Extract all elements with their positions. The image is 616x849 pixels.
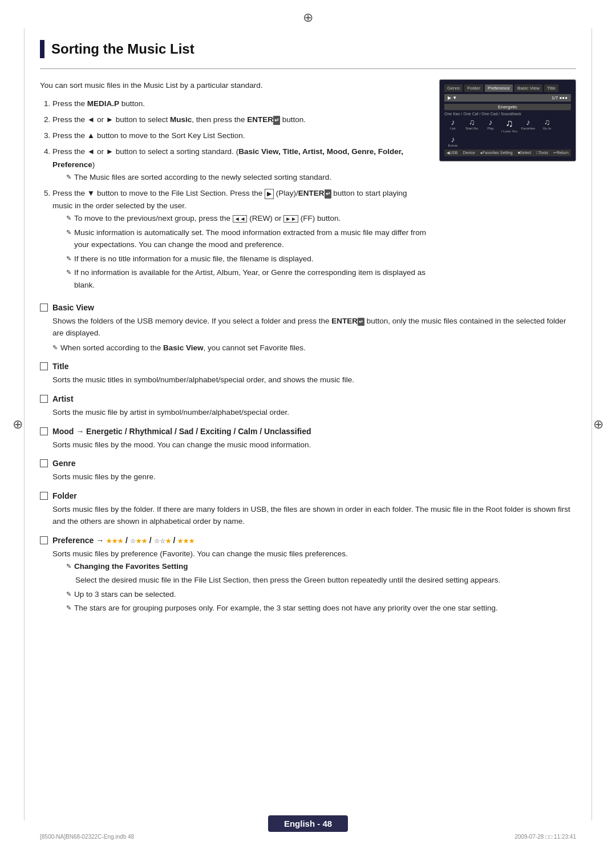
preference-checkbox [40,536,48,544]
basic-view-note-bold: Basic View [163,343,203,352]
subsection-mood: Mood → Energetic / Rhythmical / Sad / Ex… [40,427,576,451]
pref-note-1-bold: Changing the Favorites Setting [74,562,188,571]
preference-body: Sorts music files by preference (Favorit… [52,548,576,614]
step2-bold1: Music [170,115,192,124]
basic-view-bold: ENTER↵ [331,317,364,325]
pref-note-4: The stars are for grouping purposes only… [74,602,498,614]
pref-note-2: Select the desired music file in the Fil… [75,576,500,584]
title-accent [40,40,44,58]
pref-sep1: / [125,536,130,545]
title-title: Title [52,362,69,371]
tv-tab-folder: Folder [464,84,483,92]
basic-view-note-text: When sorted according to the Basic View,… [60,342,306,354]
tv-music-item-2: ♫ Start No [463,118,480,133]
border-left [24,29,25,820]
title-header: Title [40,362,576,371]
pref-note-sym-3: ✎ [66,589,71,600]
preference-text: Sorts music files by preference (Favorit… [52,548,576,560]
step5-note-4: If no information is available for the A… [74,266,429,291]
title-checkbox [40,362,48,370]
tv-label-1: List [450,127,455,130]
preference-title: Preference → ★★★ / ☆★★ / ☆☆★ / ★★★ [52,536,194,545]
genre-checkbox [40,459,48,467]
artist-header: Artist [40,394,576,403]
step-5: Press the ▼ button to move to the File L… [52,187,429,292]
folder-title: Folder [52,491,77,500]
tv-label-7: Extras [448,144,457,147]
top-compass-icon: ⊕ [303,10,313,25]
tv-search-bar: ▶ ▼ 1/7 ●●● [444,94,571,102]
tv-note-6: ♫ [544,118,550,127]
tv-tab-genre: Genre [444,84,463,92]
subsection-preference: Preference → ★★★ / ☆★★ / ☆☆★ / ★★★ Sorts… [40,536,576,614]
page-container: ⊕ ⊕ ⊕ Sorting the Music List You can sor… [0,0,616,849]
tv-bottom-usb: ◀USB [447,151,457,155]
page-footer: English - 48 [0,815,616,832]
folder-text: Sorts music files by the folder. If ther… [52,503,576,528]
basic-view-note-sym: ✎ [52,343,58,353]
step4-note-text: The Music files are sorted according to … [74,171,331,184]
tv-music-item-5: ♪ Favorites [520,118,537,133]
basic-view-body: Shows the folders of the USB memory devi… [52,315,576,354]
tv-inner: Genre Folder Preference Basic View Title… [444,84,571,156]
artist-title: Artist [52,394,74,403]
folder-checkbox [40,492,48,500]
folder-body: Sorts music files by the folder. If ther… [52,503,576,528]
tv-note-2: ♫ [469,118,475,127]
mood-body: Sorts music files by the mood. You can c… [52,439,576,451]
artist-checkbox [40,395,48,403]
border-right [591,29,592,820]
right-compass-icon: ⊕ [593,417,603,432]
page-title: Sorting the Music List [51,41,194,57]
main-text-col: You can sort music files in the Music Li… [40,79,429,295]
footer-meta-left: [8500-NA]BN68-02322C-Eng.indb 48 [40,834,134,840]
step4-bold: Basic View, Title, Artist, Mood, Genre, … [52,147,403,168]
mood-title: Mood → Energetic / Rhythmical / Sad / Ex… [52,427,311,436]
preference-notes: ✎ Changing the Favorites Setting Select … [66,560,576,614]
tv-label-2: Start No [465,127,478,130]
tv-bottom-fav: ●Favorites Setting [480,151,513,155]
section-title-bar: Sorting the Music List [40,40,576,58]
tv-song-detail: One Kan / One Caf / One Cad / Soundtrack [444,112,521,116]
tv-note-1: ♪ [451,118,455,127]
pref-note-1: Changing the Favorites Setting [74,560,188,573]
step5-note-2: Music information is automatically set. … [74,227,429,251]
subsection-basic-view: Basic View Shows the folders of the USB … [40,303,576,354]
step5-notes: ✎ To move to the previous/next group, pr… [66,212,429,292]
mood-checkbox [40,427,48,435]
genre-title: Genre [52,459,75,468]
tv-label-3: Play [487,127,494,130]
tv-label-5: Favorites [521,127,536,130]
note-sym-1: ✎ [66,213,71,224]
step5-play: ▶ [265,189,274,197]
basic-view-note: ✎ When sorted according to the Basic Vie… [52,342,576,354]
section-divider [40,68,576,69]
tv-note-7: ♪ [451,135,455,144]
tv-tab-title: Title [544,84,558,92]
intro-text: You can sort music files in the Music Li… [40,79,429,92]
note-sym-3: ✎ [66,254,71,264]
tv-music-item-1: ♪ List [444,118,461,133]
genre-text: Sorts music files by the genre. [52,471,576,483]
tv-search-label: ▶ ▼ [448,95,457,100]
footer-meta-right: 2009-07-28 □□ 11:23:41 [514,834,576,840]
pref-note-sym-4: ✎ [66,603,71,613]
preference-header: Preference → ★★★ / ☆★★ / ☆☆★ / ★★★ [40,536,576,545]
left-compass-icon: ⊕ [13,417,23,432]
basic-view-checkbox [40,304,48,312]
pref-note-sym-1: ✎ [66,561,71,572]
subsection-title: Title Sorts the music titles in symbol/n… [40,362,576,386]
mood-header: Mood → Energetic / Rhythmical / Sad / Ex… [40,427,576,436]
tv-bottom-bar: ◀USB Device ●Favorites Setting ■Select □… [444,149,571,156]
basic-view-title: Basic View [52,303,94,312]
subsection-genre: Genre Sorts music files by the genre. [40,459,576,483]
tv-music-grid: ♪ List ♫ Start No ♪ Play ♫ I Love You [444,118,571,147]
title-body: Sorts the music titles in symbol/number/… [52,374,576,386]
tv-bottom-return: ↩Return [553,151,569,155]
pref-star4: ★★★ [177,537,194,544]
step1-bold: MEDIA.P [87,99,119,108]
genre-header: Genre [40,459,576,468]
artist-text: Sorts the music file by artist in symbol… [52,406,576,419]
basic-view-header: Basic View [40,303,576,312]
pref-star2a: ☆ [130,537,136,544]
